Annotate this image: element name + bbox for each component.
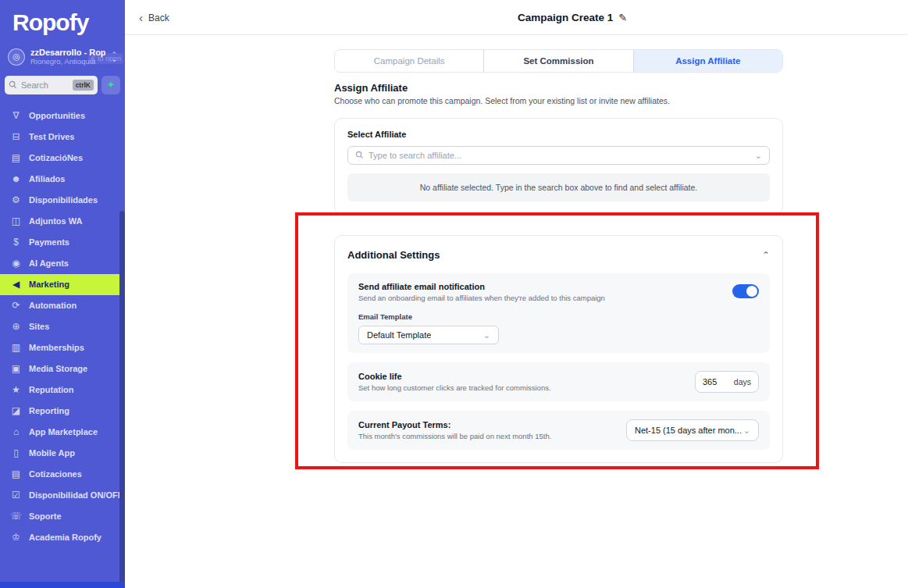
sidebar-search-row: Search ctrlK ✦ [0,73,125,99]
automation-gear-icon: ⟳ [10,300,22,311]
sidebar-item-reporting[interactable]: ◪ Reporting [0,401,125,422]
cookie-life-unit: days [734,377,751,387]
select-affiliate-label: Select Affiliate [347,130,770,139]
app-root: Ropofy ◎ zzDesarrollo - Rop... Rionegro,… [0,0,908,588]
chevron-down-icon: ⌄ [743,426,750,435]
clipboard-check-icon: ☑ [10,490,22,501]
dollar-icon: $ [10,237,22,248]
car-icon: ⊟ [10,131,22,142]
collapse-chevron-up-icon[interactable]: ⌃ [762,251,770,260]
email-notification-toggle[interactable] [732,284,759,298]
content: Campaign Details Set Commission Assign A… [125,49,908,463]
section-header: Assign Affiliate Choose who can promote … [334,82,908,105]
cookie-life-value: 365 [703,377,734,387]
tab-assign-affiliate[interactable]: Assign Affiliate [634,50,782,72]
sidebar-item-reputation[interactable]: ★ Reputation [0,380,125,401]
sidebar-item-cotizaciones[interactable]: ▤ Cotizaciones [0,464,125,485]
sidebar-item-payments[interactable]: $ Payments [0,232,125,253]
funnel-icon: ∇ [10,110,22,121]
sidebar-item-academia-ropofy[interactable]: ♔ Academia Ropofy [0,527,125,548]
toggle-knob [746,286,757,297]
cookie-life-setting: Cookie life Set how long customer clicks… [347,362,770,401]
people-icon: ☻ [10,173,22,184]
chevron-left-icon: ‹ [139,12,143,23]
cookie-life-title: Cookie life [358,372,551,381]
email-notification-setting: Send affiliate email notification Send a… [347,273,770,353]
sidebar-item-afiliados[interactable]: ☻ Afiliados [0,169,125,190]
sidebar-item-opportunities[interactable]: ∇ Opportunities [0,105,125,127]
no-affiliate-message: No affiliate selected. Type in the searc… [347,173,770,201]
payout-terms-select[interactable]: Net-15 (15 days after mon... ⌄ [626,419,759,441]
page-title: Campaign Create 1 ✎ [518,12,627,23]
sidebar-item-ai-agents[interactable]: ◉ AI Agents [0,253,125,274]
graduation-icon: ♔ [10,532,22,543]
box-icon: ◫ [10,216,22,226]
cookie-life-input[interactable]: 365 days [695,371,759,393]
email-notification-title: Send affiliate email notification [358,282,605,291]
additional-settings-title: Additional Settings [347,249,440,261]
sidebar-item-automation[interactable]: ⟳ Automation [0,295,125,316]
sidebar-bottom-bar [0,582,125,588]
search-icon [9,80,17,89]
tab-set-commission[interactable]: Set Commission [483,50,633,72]
book-icon: ▥ [10,342,22,353]
shortcut-badge: ctrlK [73,80,94,91]
globe-pen-icon: ⊕ [10,321,22,332]
section-title: Assign Affiliate [334,82,908,94]
chevron-updown-icon: ⌃⌄ [111,52,119,62]
payout-terms-title: Current Payout Terms: [358,420,551,429]
payout-terms-value: Net-15 (15 days after mon... [635,426,742,435]
select-affiliate-card: Select Affiliate Type to search affiliat… [334,118,783,215]
sidebar-item-adjuntos-wa[interactable]: ◫ Adjuntos WA [0,211,125,232]
account-avatar-icon: ◎ [8,48,25,66]
affiliate-search-placeholder: Type to search affiliate... [369,151,750,160]
sparkle-icon: ✦ [107,79,116,91]
back-button[interactable]: ‹ Back [139,12,169,23]
sidebar-item-memberships[interactable]: ▥ Memberships [0,337,125,358]
sidebar-item-disponibilidades[interactable]: ⚙ Disponibilidades [0,190,125,211]
cookie-life-text: Cookie life Set how long customer clicks… [358,372,551,392]
sidebar-item-cotizacionnes[interactable]: ▤ CotizacióNes [0,148,125,169]
email-template-label: Email Template [358,312,759,321]
sidebar-nav: ∇ Opportunities ⊟ Test Drives ▤ Cotizaci… [0,105,125,548]
sidebar-item-app-marketplace[interactable]: ⌂ App Marketplace [0,422,125,443]
email-template-value: Default Template [367,330,431,340]
receipt-icon: ▤ [10,469,22,479]
headset-icon: ☏ [10,511,22,522]
top-bar: ‹ Back Campaign Create 1 ✎ [125,0,908,35]
edit-title-icon[interactable]: ✎ [618,12,627,23]
payout-terms-setting: Current Payout Terms: This month's commi… [347,411,770,450]
chart-icon: ◪ [10,405,22,416]
sidebar-item-test-drives[interactable]: ⊟ Test Drives [0,127,125,148]
email-template-select[interactable]: Default Template ⌄ [358,326,499,344]
email-notification-text: Send affiliate email notification Send a… [358,282,605,302]
sidebar-item-sites[interactable]: ⊕ Sites [0,316,125,337]
gears-icon: ⚙ [10,194,22,205]
payout-terms-text: Current Payout Terms: This month's commi… [358,420,551,440]
sidebar-item-disponibilidad-onoff[interactable]: ☑ Disponibilidad ON/OFF [0,485,125,506]
sidebar-search-input[interactable]: Search ctrlK [5,76,98,94]
wizard-tabs: Campaign Details Set Commission Assign A… [334,49,783,73]
sidebar-item-soporte[interactable]: ☏ Soporte [0,506,125,527]
star-icon: ★ [10,384,22,395]
main-area: ‹ Back Campaign Create 1 ✎ Campaign Deta… [125,0,908,588]
cookie-life-subtitle: Set how long customer clicks are tracked… [358,383,551,392]
sidebar-item-marketing[interactable]: ◀ Marketing [0,274,125,295]
sidebar-scrollbar[interactable] [119,211,125,582]
sidebar-item-media-storage[interactable]: ▣ Media Storage [0,358,125,380]
ai-assistant-button[interactable]: ✦ [101,76,120,94]
additional-settings-card: Additional Settings ⌃ Send affiliate ema… [334,235,783,463]
account-switcher[interactable]: ◎ zzDesarrollo - Rop... Rionegro, Antioq… [0,41,125,73]
sidebar: Ropofy ◎ zzDesarrollo - Rop... Rionegro,… [0,0,125,588]
megaphone-icon: ◀ [10,279,22,290]
chevron-down-icon: ⌄ [755,151,762,160]
section-description: Choose who can promote this campaign. Se… [334,96,908,105]
affiliate-search-input[interactable]: Type to search affiliate... ⌄ [347,146,770,165]
tab-campaign-details[interactable]: Campaign Details [335,50,483,72]
storefront-icon: ⌂ [10,426,22,437]
email-notification-subtitle: Send an onboarding email to affiliates w… [358,294,605,302]
chevron-down-icon: ⌄ [483,331,490,340]
search-placeholder: Search [21,80,69,90]
sidebar-item-mobile-app[interactable]: ▯ Mobile App [0,443,125,464]
back-label: Back [148,12,169,23]
